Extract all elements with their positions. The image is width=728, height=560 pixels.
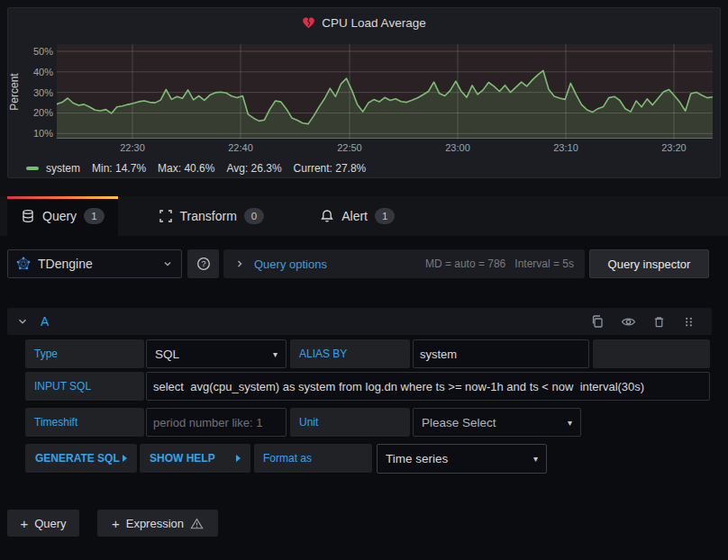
tab-alert[interactable]: Alert 1	[306, 196, 408, 236]
tab-query-count: 1	[84, 208, 104, 224]
copy-icon	[590, 314, 605, 329]
unit-select[interactable]: Please Select ▾	[413, 408, 581, 437]
svg-text:?: ?	[201, 259, 205, 268]
plus-icon: +	[112, 517, 120, 530]
legend-stat-current: Current: 27.8%	[294, 162, 367, 175]
add-query-button[interactable]: + Query	[7, 510, 79, 537]
y-axis-label: Percent	[5, 44, 23, 139]
alias-by-label: ALIAS BY	[290, 339, 410, 368]
warning-triangle-icon	[190, 517, 204, 530]
tdengine-logo-icon	[16, 257, 31, 271]
tab-alert-count: 1	[375, 208, 395, 224]
generate-sql-label: GENERATE SQL	[35, 452, 120, 465]
arrow-right-icon	[123, 455, 127, 462]
chevron-down-icon	[162, 258, 173, 269]
interval-text: Interval = 5s	[514, 257, 574, 270]
x-tick-label: 23:00	[445, 142, 470, 153]
datasource-help-button[interactable]: ?	[187, 249, 219, 278]
y-tick-label: 50%	[33, 46, 53, 57]
drag-dots-icon	[682, 315, 696, 329]
timeshift-label: Timeshift	[25, 408, 144, 437]
add-query-label: Query	[34, 517, 66, 530]
database-icon	[21, 209, 35, 223]
tab-transform-label: Transform	[180, 209, 237, 223]
x-axis-ticks: 22:3022:4022:5023:0023:1023:20	[57, 142, 713, 155]
select-caret-icon: ▾	[273, 349, 278, 359]
select-caret-icon: ▾	[568, 418, 572, 428]
legend-stat-avg: Avg: 26.3%	[226, 162, 281, 175]
timeshift-input[interactable]	[146, 408, 287, 437]
transform-icon	[159, 209, 173, 223]
question-circle-icon: ?	[196, 257, 211, 271]
type-select-value: SQL	[155, 348, 179, 361]
datasource-name: TDengine	[38, 257, 155, 271]
query-options-bar[interactable]: Query options MD = auto = 786 Interval =…	[223, 249, 585, 278]
x-tick-label: 22:50	[337, 142, 362, 153]
collapse-chevron-icon[interactable]	[16, 315, 29, 328]
tab-query[interactable]: Query 1	[7, 196, 118, 236]
show-help-button[interactable]: SHOW HELP	[140, 444, 250, 473]
query-inspector-button[interactable]: Query inspector	[589, 249, 709, 278]
arrow-right-icon	[236, 455, 241, 462]
max-data-points-text: MD = auto = 786	[425, 257, 505, 270]
type-label: Type	[25, 339, 144, 368]
format-as-value: Time series	[386, 452, 448, 465]
type-select[interactable]: SQL ▾	[146, 339, 287, 368]
format-as-select[interactable]: Time series ▾	[377, 444, 547, 474]
alert-heart-icon	[302, 16, 315, 30]
chart-legend: system Min: 14.7% Max: 40.6% Avg: 26.3% …	[26, 160, 366, 176]
input-sql-field[interactable]	[146, 372, 710, 401]
cpu-load-panel: CPU Load Average Percent 50%40%30%20%10%…	[7, 7, 721, 178]
duplicate-query-button[interactable]	[590, 314, 605, 329]
tab-alert-label: Alert	[341, 209, 368, 223]
select-caret-icon: ▾	[533, 454, 538, 464]
x-tick-label: 23:10	[553, 142, 578, 153]
format-as-label: Format as	[254, 444, 372, 473]
tab-query-label: Query	[42, 209, 77, 223]
delete-query-button[interactable]	[652, 315, 666, 329]
show-help-label: SHOW HELP	[150, 452, 215, 465]
editor-tabbar: Query 1 Transform 0 Alert 1	[0, 196, 728, 236]
add-expression-button[interactable]: + Expression	[97, 510, 218, 537]
y-tick-label: 40%	[33, 67, 53, 77]
bell-icon	[320, 209, 334, 223]
legend-series-name[interactable]: system	[46, 162, 80, 175]
query-row-actions	[590, 314, 703, 330]
unit-label: Unit	[290, 408, 410, 437]
unit-select-placeholder: Please Select	[422, 416, 496, 429]
time-series-chart	[57, 44, 713, 139]
tab-transform[interactable]: Transform 0	[145, 196, 278, 236]
panel-header[interactable]: CPU Load Average	[8, 8, 720, 37]
trash-icon	[652, 315, 666, 329]
add-expression-label: Expression	[126, 517, 184, 530]
input-sql-label: INPUT SQL	[25, 372, 144, 401]
y-tick-label: 20%	[33, 107, 53, 118]
generate-sql-button[interactable]: GENERATE SQL	[25, 444, 137, 473]
y-tick-label: 10%	[33, 128, 53, 139]
eye-icon	[621, 314, 636, 330]
y-tick-label: 30%	[33, 87, 53, 98]
chart-plot-area[interactable]	[57, 44, 713, 139]
y-axis-ticks: 50%40%30%20%10%	[23, 44, 53, 139]
query-options-label: Query options	[254, 257, 327, 271]
x-tick-label: 22:30	[120, 142, 145, 153]
x-tick-label: 22:40	[228, 142, 253, 153]
x-tick-label: 23:20	[661, 142, 687, 153]
legend-color-marker	[26, 167, 39, 170]
query-ref-id: A	[41, 314, 49, 329]
panel-title: CPU Load Average	[322, 16, 425, 30]
legend-stat-min: Min: 14.7%	[92, 162, 146, 175]
tab-transform-count: 0	[244, 208, 264, 224]
legend-stat-max: Max: 40.6%	[158, 162, 214, 175]
toggle-visibility-button[interactable]	[621, 314, 636, 330]
query-row-header[interactable]: A	[7, 308, 712, 335]
plus-icon: +	[20, 517, 28, 530]
alias-input[interactable]	[413, 339, 589, 368]
form-filler	[593, 339, 710, 368]
chevron-right-icon	[234, 258, 245, 269]
drag-handle[interactable]	[682, 315, 696, 329]
datasource-picker[interactable]: TDengine	[7, 249, 182, 278]
